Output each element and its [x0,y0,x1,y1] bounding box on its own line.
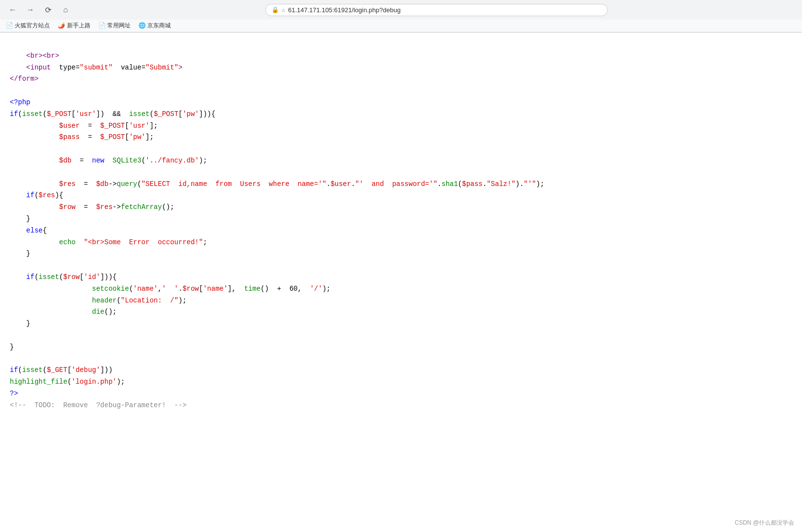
reload-button[interactable]: ⟳ [41,3,55,17]
line-br-tags: <br><br> <input type="submit" value="Sub… [10,52,544,409]
url-host: 61.147.171.105:61921/login.php?debug [288,6,401,14]
code-area: <br><br> <input type="submit" value="Sub… [0,33,802,417]
warning-icon: ⚠ [282,6,285,14]
browser-toolbar: ← → ⟳ ⌂ 🔒 ⚠ 61.147.171.105:61921/login.p… [0,0,802,20]
bookmark-jd[interactable]: 🌐 京东商城 [138,22,171,30]
url-text: 61.147.171.105:61921/login.php?debug [288,6,401,14]
browser-chrome: ← → ⟳ ⌂ 🔒 ⚠ 61.147.171.105:61921/login.p… [0,0,802,33]
home-button[interactable]: ⌂ [59,3,72,17]
bookmarks-bar: 📄 火狐官方站点 🌶️ 新手上路 📄 常用网址 🌐 京东商城 [0,20,802,32]
back-button[interactable]: ← [6,3,20,17]
address-bar[interactable]: 🔒 ⚠ 61.147.171.105:61921/login.php?debug [265,4,608,16]
bookmark-newbie[interactable]: 🌶️ 新手上路 [58,22,90,30]
security-icon: 🔒 [272,6,279,14]
forward-button[interactable]: → [23,3,37,17]
bookmark-common[interactable]: 📄 常用网址 [98,22,131,30]
bookmark-firefox[interactable]: 📄 火狐官方站点 [6,22,50,30]
